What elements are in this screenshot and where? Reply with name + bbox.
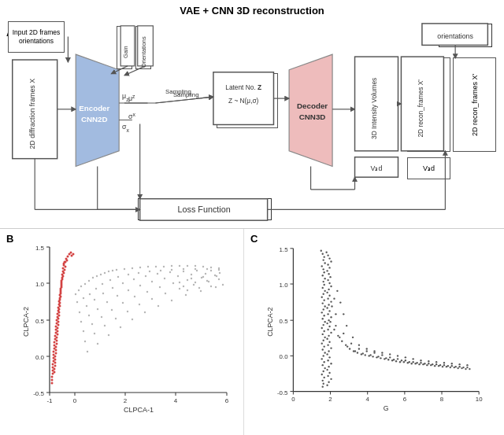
svg-point-140 — [164, 278, 165, 279]
diagram-section: VAE + CNN 3D reconstruction A Input 2D f… — [0, 0, 504, 228]
svg-marker-16 — [289, 54, 332, 166]
svg-point-346 — [333, 329, 335, 330]
svg-point-461 — [330, 316, 332, 318]
svg-point-381 — [469, 368, 470, 370]
svg-text:2D diffraction frames X: 2D diffraction frames X — [28, 79, 36, 149]
svg-point-244 — [60, 291, 62, 293]
svg-point-119 — [79, 312, 80, 313]
svg-point-176 — [185, 294, 187, 296]
svg-point-470 — [327, 344, 328, 345]
svg-point-139 — [151, 281, 153, 282]
svg-point-344 — [322, 386, 324, 388]
svg-point-340 — [321, 374, 323, 375]
svg-point-476 — [330, 363, 332, 364]
svg-point-243 — [60, 288, 62, 290]
svg-point-125 — [133, 278, 135, 280]
svg-point-129 — [183, 271, 184, 272]
svg-point-386 — [366, 350, 368, 352]
svg-point-326 — [324, 330, 325, 332]
svg-point-187 — [187, 289, 188, 291]
svg-point-314 — [323, 293, 324, 295]
svg-point-445 — [328, 267, 330, 268]
svg-point-94 — [155, 266, 157, 267]
svg-point-112 — [149, 271, 150, 272]
svg-point-345 — [329, 321, 331, 323]
svg-point-268 — [52, 367, 54, 369]
svg-point-479 — [328, 372, 330, 374]
svg-point-301 — [322, 253, 324, 255]
svg-point-319 — [323, 308, 324, 310]
svg-text:1.0: 1.0 — [35, 281, 45, 288]
svg-point-475 — [327, 359, 328, 361]
svg-point-413 — [424, 363, 425, 364]
svg-point-350 — [349, 348, 350, 349]
svg-point-465 — [327, 329, 328, 330]
svg-point-422 — [343, 313, 344, 315]
svg-point-130 — [196, 270, 198, 271]
svg-point-451 — [330, 286, 332, 287]
svg-point-100 — [202, 266, 204, 267]
svg-point-116 — [195, 268, 196, 270]
svg-point-450 — [328, 282, 330, 284]
svg-point-151 — [146, 291, 148, 293]
svg-point-148 — [111, 309, 113, 311]
svg-point-436 — [443, 362, 445, 363]
latent-z-box: Sampling Latent No. Z Z ~ N(μ,σ) — [217, 73, 278, 128]
svg-point-133 — [88, 315, 90, 316]
svg-point-453 — [326, 292, 328, 293]
svg-point-360 — [387, 359, 389, 360]
svg-point-260 — [54, 341, 56, 344]
svg-point-429 — [389, 353, 391, 355]
svg-point-477 — [328, 366, 329, 367]
svg-text:-0.5: -0.5 — [33, 390, 44, 397]
svg-point-439 — [466, 364, 468, 366]
svg-point-482 — [328, 382, 329, 383]
svg-point-322 — [322, 318, 324, 319]
intensity-volumes-box: 3D Intensity Volumes — [407, 57, 450, 152]
svg-point-331 — [324, 345, 325, 347]
svg-point-347 — [337, 335, 339, 337]
svg-line-53 — [155, 97, 213, 103]
recon-frames-box: 2D recon_frames X' — [453, 57, 496, 152]
svg-point-134 — [97, 308, 98, 310]
charts-section: B 1.5 1.0 0.5 0.0 — [0, 228, 504, 435]
svg-point-410 — [401, 359, 402, 361]
svg-point-126 — [145, 275, 146, 277]
svg-point-163 — [151, 298, 153, 300]
svg-point-327 — [322, 334, 324, 335]
svg-point-411 — [409, 361, 410, 363]
svg-text:6: 6 — [403, 396, 407, 403]
svg-point-166 — [193, 284, 195, 286]
svg-point-107 — [102, 283, 103, 285]
svg-point-109 — [117, 276, 119, 278]
svg-point-217 — [56, 343, 58, 345]
svg-point-111 — [138, 272, 139, 274]
loss-function-box: Loss Function — [138, 198, 272, 220]
svg-point-341 — [324, 377, 325, 378]
svg-point-168 — [87, 351, 88, 352]
svg-point-329 — [323, 340, 324, 341]
svg-point-316 — [324, 299, 325, 300]
svg-point-240 — [61, 278, 64, 281]
svg-point-349 — [345, 344, 346, 345]
svg-point-336 — [324, 361, 325, 363]
svg-point-95 — [163, 266, 165, 267]
svg-point-402 — [339, 337, 340, 338]
svg-point-98 — [187, 265, 188, 267]
svg-point-170 — [108, 334, 109, 336]
svg-point-264 — [53, 354, 55, 356]
svg-point-255 — [55, 326, 57, 328]
svg-point-181 — [202, 276, 204, 278]
svg-text:σx: σx — [128, 112, 135, 120]
svg-point-352 — [357, 352, 358, 353]
svg-point-234 — [72, 253, 75, 256]
svg-line-10 — [155, 97, 213, 103]
svg-point-174 — [158, 305, 159, 307]
svg-text:CLPCA-2: CLPCA-2 — [266, 307, 274, 336]
svg-point-454 — [328, 295, 330, 297]
svg-point-144 — [219, 272, 220, 274]
svg-point-374 — [442, 366, 443, 367]
svg-point-145 — [83, 330, 84, 332]
svg-point-157 — [84, 341, 86, 342]
svg-point-113 — [160, 270, 161, 271]
